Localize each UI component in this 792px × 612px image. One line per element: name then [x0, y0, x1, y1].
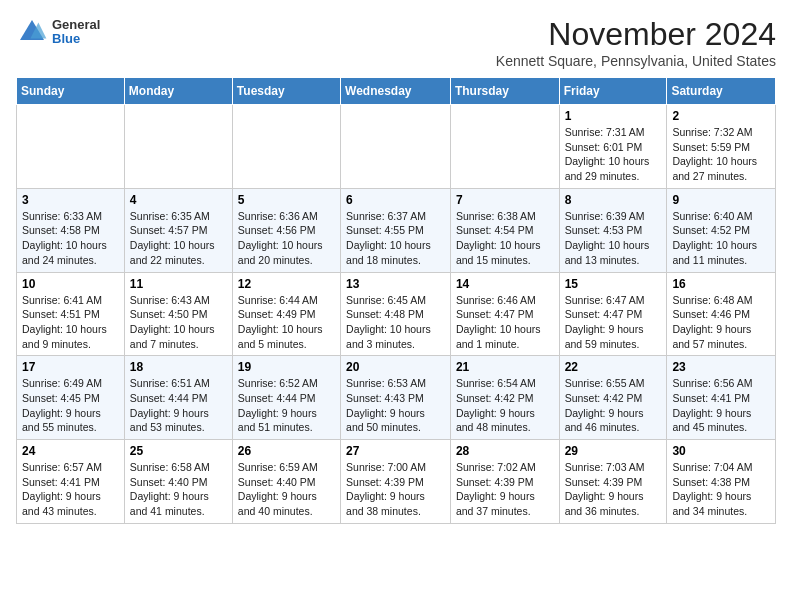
day-number: 22: [565, 360, 662, 374]
calendar-cell: 6Sunrise: 6:37 AM Sunset: 4:55 PM Daylig…: [341, 188, 451, 272]
day-number: 8: [565, 193, 662, 207]
day-info: Sunrise: 6:55 AM Sunset: 4:42 PM Dayligh…: [565, 376, 662, 435]
calendar-cell: 30Sunrise: 7:04 AM Sunset: 4:38 PM Dayli…: [667, 440, 776, 524]
calendar-cell: 1Sunrise: 7:31 AM Sunset: 6:01 PM Daylig…: [559, 105, 667, 189]
calendar-day-header: Saturday: [667, 78, 776, 105]
logo: General Blue: [16, 16, 100, 48]
calendar-cell: 11Sunrise: 6:43 AM Sunset: 4:50 PM Dayli…: [124, 272, 232, 356]
day-info: Sunrise: 6:46 AM Sunset: 4:47 PM Dayligh…: [456, 293, 554, 352]
day-number: 17: [22, 360, 119, 374]
day-number: 27: [346, 444, 445, 458]
day-info: Sunrise: 6:40 AM Sunset: 4:52 PM Dayligh…: [672, 209, 770, 268]
day-info: Sunrise: 6:39 AM Sunset: 4:53 PM Dayligh…: [565, 209, 662, 268]
calendar-cell: 14Sunrise: 6:46 AM Sunset: 4:47 PM Dayli…: [450, 272, 559, 356]
day-number: 6: [346, 193, 445, 207]
day-number: 19: [238, 360, 335, 374]
day-number: 18: [130, 360, 227, 374]
day-number: 11: [130, 277, 227, 291]
calendar-cell: 3Sunrise: 6:33 AM Sunset: 4:58 PM Daylig…: [17, 188, 125, 272]
calendar-cell: 17Sunrise: 6:49 AM Sunset: 4:45 PM Dayli…: [17, 356, 125, 440]
calendar-cell: [341, 105, 451, 189]
day-info: Sunrise: 6:47 AM Sunset: 4:47 PM Dayligh…: [565, 293, 662, 352]
day-info: Sunrise: 6:37 AM Sunset: 4:55 PM Dayligh…: [346, 209, 445, 268]
calendar-cell: [124, 105, 232, 189]
logo-icon: [16, 16, 48, 48]
day-number: 15: [565, 277, 662, 291]
logo-general: General: [52, 18, 100, 32]
day-number: 9: [672, 193, 770, 207]
title-block: November 2024 Kennett Square, Pennsylvan…: [496, 16, 776, 69]
calendar-cell: 2Sunrise: 7:32 AM Sunset: 5:59 PM Daylig…: [667, 105, 776, 189]
calendar-day-header: Tuesday: [232, 78, 340, 105]
calendar-cell: 10Sunrise: 6:41 AM Sunset: 4:51 PM Dayli…: [17, 272, 125, 356]
day-number: 2: [672, 109, 770, 123]
day-info: Sunrise: 6:41 AM Sunset: 4:51 PM Dayligh…: [22, 293, 119, 352]
calendar-cell: 24Sunrise: 6:57 AM Sunset: 4:41 PM Dayli…: [17, 440, 125, 524]
calendar-cell: 7Sunrise: 6:38 AM Sunset: 4:54 PM Daylig…: [450, 188, 559, 272]
day-info: Sunrise: 6:45 AM Sunset: 4:48 PM Dayligh…: [346, 293, 445, 352]
calendar-cell: 27Sunrise: 7:00 AM Sunset: 4:39 PM Dayli…: [341, 440, 451, 524]
calendar-day-header: Monday: [124, 78, 232, 105]
calendar-cell: 19Sunrise: 6:52 AM Sunset: 4:44 PM Dayli…: [232, 356, 340, 440]
day-info: Sunrise: 6:58 AM Sunset: 4:40 PM Dayligh…: [130, 460, 227, 519]
calendar-cell: 8Sunrise: 6:39 AM Sunset: 4:53 PM Daylig…: [559, 188, 667, 272]
calendar-cell: 29Sunrise: 7:03 AM Sunset: 4:39 PM Dayli…: [559, 440, 667, 524]
calendar-cell: [450, 105, 559, 189]
day-number: 21: [456, 360, 554, 374]
calendar-week-row: 10Sunrise: 6:41 AM Sunset: 4:51 PM Dayli…: [17, 272, 776, 356]
day-info: Sunrise: 7:04 AM Sunset: 4:38 PM Dayligh…: [672, 460, 770, 519]
calendar-cell: 18Sunrise: 6:51 AM Sunset: 4:44 PM Dayli…: [124, 356, 232, 440]
calendar-cell: 22Sunrise: 6:55 AM Sunset: 4:42 PM Dayli…: [559, 356, 667, 440]
calendar-cell: 21Sunrise: 6:54 AM Sunset: 4:42 PM Dayli…: [450, 356, 559, 440]
day-number: 4: [130, 193, 227, 207]
day-number: 24: [22, 444, 119, 458]
day-info: Sunrise: 6:59 AM Sunset: 4:40 PM Dayligh…: [238, 460, 335, 519]
day-number: 23: [672, 360, 770, 374]
day-number: 29: [565, 444, 662, 458]
day-info: Sunrise: 6:51 AM Sunset: 4:44 PM Dayligh…: [130, 376, 227, 435]
calendar-day-header: Sunday: [17, 78, 125, 105]
day-number: 25: [130, 444, 227, 458]
calendar-cell: 20Sunrise: 6:53 AM Sunset: 4:43 PM Dayli…: [341, 356, 451, 440]
calendar-cell: 15Sunrise: 6:47 AM Sunset: 4:47 PM Dayli…: [559, 272, 667, 356]
day-info: Sunrise: 7:02 AM Sunset: 4:39 PM Dayligh…: [456, 460, 554, 519]
day-number: 7: [456, 193, 554, 207]
month-title: November 2024: [496, 16, 776, 53]
calendar-cell: 12Sunrise: 6:44 AM Sunset: 4:49 PM Dayli…: [232, 272, 340, 356]
calendar-week-row: 24Sunrise: 6:57 AM Sunset: 4:41 PM Dayli…: [17, 440, 776, 524]
calendar-cell: 26Sunrise: 6:59 AM Sunset: 4:40 PM Dayli…: [232, 440, 340, 524]
day-number: 12: [238, 277, 335, 291]
calendar-week-row: 17Sunrise: 6:49 AM Sunset: 4:45 PM Dayli…: [17, 356, 776, 440]
calendar-cell: [17, 105, 125, 189]
day-info: Sunrise: 7:32 AM Sunset: 5:59 PM Dayligh…: [672, 125, 770, 184]
calendar-day-header: Friday: [559, 78, 667, 105]
day-info: Sunrise: 6:38 AM Sunset: 4:54 PM Dayligh…: [456, 209, 554, 268]
day-info: Sunrise: 6:54 AM Sunset: 4:42 PM Dayligh…: [456, 376, 554, 435]
day-number: 26: [238, 444, 335, 458]
day-number: 16: [672, 277, 770, 291]
day-number: 20: [346, 360, 445, 374]
day-info: Sunrise: 6:56 AM Sunset: 4:41 PM Dayligh…: [672, 376, 770, 435]
day-number: 13: [346, 277, 445, 291]
day-info: Sunrise: 6:53 AM Sunset: 4:43 PM Dayligh…: [346, 376, 445, 435]
day-info: Sunrise: 6:52 AM Sunset: 4:44 PM Dayligh…: [238, 376, 335, 435]
day-info: Sunrise: 7:00 AM Sunset: 4:39 PM Dayligh…: [346, 460, 445, 519]
day-info: Sunrise: 6:35 AM Sunset: 4:57 PM Dayligh…: [130, 209, 227, 268]
calendar-header-row: SundayMondayTuesdayWednesdayThursdayFrid…: [17, 78, 776, 105]
day-number: 30: [672, 444, 770, 458]
day-number: 28: [456, 444, 554, 458]
logo-blue: Blue: [52, 32, 100, 46]
day-info: Sunrise: 7:31 AM Sunset: 6:01 PM Dayligh…: [565, 125, 662, 184]
calendar-cell: 5Sunrise: 6:36 AM Sunset: 4:56 PM Daylig…: [232, 188, 340, 272]
day-number: 3: [22, 193, 119, 207]
calendar-day-header: Thursday: [450, 78, 559, 105]
day-info: Sunrise: 6:49 AM Sunset: 4:45 PM Dayligh…: [22, 376, 119, 435]
location: Kennett Square, Pennsylvania, United Sta…: [496, 53, 776, 69]
day-number: 14: [456, 277, 554, 291]
day-number: 10: [22, 277, 119, 291]
day-info: Sunrise: 6:33 AM Sunset: 4:58 PM Dayligh…: [22, 209, 119, 268]
calendar-cell: 9Sunrise: 6:40 AM Sunset: 4:52 PM Daylig…: [667, 188, 776, 272]
day-info: Sunrise: 7:03 AM Sunset: 4:39 PM Dayligh…: [565, 460, 662, 519]
calendar-week-row: 3Sunrise: 6:33 AM Sunset: 4:58 PM Daylig…: [17, 188, 776, 272]
calendar-cell: 4Sunrise: 6:35 AM Sunset: 4:57 PM Daylig…: [124, 188, 232, 272]
